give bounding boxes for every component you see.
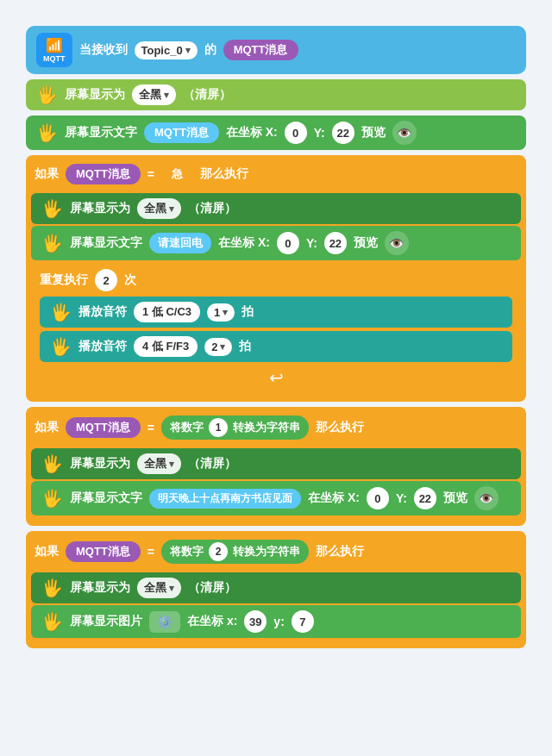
if2-message-pill: 明天晚上十点再南方书店见面 — [149, 489, 301, 509]
if1-screen-1: 🖐️ 屏幕显示为 全黑 （清屏） — [31, 193, 521, 224]
gear-symbol: ⚙️ — [156, 614, 173, 630]
if1-preview-eye[interactable]: 👁️ — [385, 231, 409, 255]
if-value-1: 急 — [161, 164, 193, 184]
screen-black-block-1: 🖐️ 屏幕显示为 全黑 （清屏） — [26, 79, 526, 110]
if2-screen-text-label: 屏幕显示文字 — [70, 490, 142, 506]
if2-y-val[interactable]: 22 — [414, 487, 436, 509]
preview-eye-1[interactable]: 👁️ — [392, 121, 417, 145]
x-value-1[interactable]: 0 — [285, 122, 307, 144]
if3-convert-label: 将数字 — [170, 544, 204, 559]
coord-x-label-1: 在坐标 X: — [226, 125, 278, 141]
sound-block-2: 🖐️ 播放音符 4 低 F/F3 2 拍 — [40, 331, 512, 362]
hand-icon-1: 🖐️ — [36, 84, 58, 105]
if1-screen-action-1: 屏幕显示为 — [70, 201, 130, 216]
if1-x-val[interactable]: 0 — [277, 232, 299, 254]
if-block-3: 如果 MQTT消息 = 将数字 2 转换为字符串 那么执行 🖐️ 屏幕显示为 全… — [26, 531, 526, 648]
if2-preview-eye[interactable]: 👁️ — [474, 486, 499, 510]
if1-coord-x: 在坐标 X: — [218, 235, 270, 251]
if-label-1: 如果 — [34, 166, 59, 182]
if1-y-val[interactable]: 22 — [324, 232, 347, 254]
if-message-1: MQTT消息 — [66, 164, 141, 184]
if2-convert-pill: 将数字 1 转换为字符串 — [161, 415, 309, 440]
trigger-label: 当接收到 — [79, 42, 128, 58]
repeat-header: 重复执行 2 次 — [40, 269, 512, 291]
if2-coord-x: 在坐标 X: — [308, 490, 360, 506]
hand-icon-7: 🖐️ — [41, 453, 63, 474]
if2-convert-suffix: 转换为字符串 — [233, 420, 300, 435]
if1-screen-suffix-1: （清屏） — [188, 201, 236, 216]
if3-gear-icon[interactable]: ⚙️ — [149, 611, 180, 633]
sound-beat-unit-2: 拍 — [239, 339, 251, 354]
if1-color-dropdown-1[interactable]: 全黑 — [137, 198, 181, 219]
if2-coord-y: Y: — [396, 491, 407, 505]
if2-convert-label: 将数字 — [170, 420, 204, 435]
connector-text: 的 — [204, 42, 216, 58]
repeat-arrow-icon: ↩ — [269, 367, 284, 388]
message-type-pill: MQTT消息 — [223, 40, 298, 60]
sound-block-1: 🖐️ 播放音符 1 低 C/C3 1 拍 — [40, 297, 512, 328]
if-message-2: MQTT消息 — [66, 417, 141, 438]
if-block-2: 如果 MQTT消息 = 将数字 1 转换为字符串 那么执行 🖐️ 屏幕显示为 全… — [26, 407, 526, 526]
if2-color-dropdown[interactable]: 全黑 — [137, 453, 181, 474]
if2-screen-action: 屏幕显示为 — [70, 456, 130, 472]
if2-screen-text: 🖐️ 屏幕显示文字 明天晚上十点再南方书店见面 在坐标 X: 0 Y: 22 预… — [31, 481, 521, 515]
if3-coord-y: y: — [273, 615, 284, 628]
if3-x-val[interactable]: 39 — [244, 610, 267, 633]
repeat-unit: 次 — [124, 272, 136, 288]
screen-text-block-1: 🖐️ 屏幕显示文字 MQTT消息 在坐标 X: 0 Y: 22 预览 👁️ — [26, 116, 526, 150]
if-header-3: 如果 MQTT消息 = 将数字 2 转换为字符串 那么执行 — [31, 536, 521, 571]
screen-action-1: 屏幕显示为 — [65, 87, 125, 103]
if1-message-pill: 请速回电 — [149, 233, 211, 253]
hand-icon-3: 🖐️ — [41, 198, 63, 219]
if1-screen-text-1: 🖐️ 屏幕显示文字 请速回电 在坐标 X: 0 Y: 22 预览 👁️ — [31, 226, 521, 260]
if1-preview-label: 预览 — [354, 235, 378, 251]
if3-num[interactable]: 2 — [209, 542, 228, 561]
preview-label-1: 预览 — [361, 125, 386, 141]
if-eq-1: = — [147, 167, 154, 181]
if3-convert-pill: 将数字 2 转换为字符串 — [161, 540, 309, 564]
message-pill-1: MQTT消息 — [144, 122, 219, 143]
if3-color-dropdown[interactable]: 全黑 — [137, 578, 181, 598]
if-then-2: 那么执行 — [316, 420, 364, 435]
sound-label-2: 播放音符 — [78, 339, 127, 354]
if2-x-val[interactable]: 0 — [367, 487, 389, 509]
hand-icon-9: 🖐️ — [41, 578, 63, 598]
hand-icon-10: 🖐️ — [41, 611, 63, 632]
repeat-count[interactable]: 2 — [95, 269, 117, 291]
if3-screen-img: 🖐️ 屏幕显示图片 ⚙️ 在坐标 x: 39 y: 7 — [31, 605, 521, 638]
if3-y-val[interactable]: 7 — [292, 610, 314, 633]
repeat-block: 重复执行 2 次 🖐️ 播放音符 1 低 C/C3 1 拍 🖐️ 播放音符 4 … — [31, 264, 521, 393]
coord-y-label-1: Y: — [314, 126, 325, 140]
if-message-3: MQTT消息 — [66, 541, 141, 562]
screen-text-action-1: 屏幕显示文字 — [65, 125, 137, 141]
if-then-1: 那么执行 — [200, 166, 248, 182]
if3-screen-1: 🖐️ 屏幕显示为 全黑 （清屏） — [31, 572, 521, 603]
mqtt-trigger-block: 📶 MQTT 当接收到 Topic_0 的 MQTT消息 — [26, 26, 526, 74]
topic-dropdown[interactable]: Topic_0 — [135, 41, 198, 59]
if3-screen-action: 屏幕显示为 — [70, 580, 130, 596]
sound-beats-2[interactable]: 2 — [204, 338, 232, 356]
if3-screen-suffix: （清屏） — [188, 580, 236, 596]
hand-icon-6: 🖐️ — [50, 336, 72, 357]
if3-coord-x: 在坐标 x: — [187, 614, 237, 629]
sound-note-2: 4 低 F/F3 — [134, 336, 198, 357]
sound-beats-1[interactable]: 1 — [207, 303, 235, 322]
if-eq-3: = — [147, 545, 154, 559]
hand-icon-4: 🖐️ — [41, 233, 63, 253]
if2-screen-1: 🖐️ 屏幕显示为 全黑 （清屏） — [31, 448, 521, 479]
hand-icon-8: 🖐️ — [41, 488, 63, 509]
if-header-1: 如果 MQTT消息 = 急 那么执行 — [31, 160, 521, 191]
hand-icon-2: 🖐️ — [36, 122, 58, 143]
repeat-arrow: ↩ — [40, 367, 512, 388]
if2-preview-label: 预览 — [443, 490, 467, 506]
if-then-3: 那么执行 — [316, 544, 364, 559]
hand-icon-5: 🖐️ — [50, 302, 72, 322]
sound-beat-unit-1: 拍 — [242, 304, 254, 320]
color-dropdown-1[interactable]: 全黑 — [132, 84, 176, 105]
if-label-3: 如果 — [34, 544, 59, 559]
if-block-1: 如果 MQTT消息 = 急 那么执行 🖐️ 屏幕显示为 全黑 （清屏） 🖐️ 屏… — [26, 155, 526, 402]
y-value-1[interactable]: 22 — [332, 122, 354, 144]
if1-coord-y: Y: — [306, 236, 317, 250]
if1-screen-text-1: 屏幕显示文字 — [70, 235, 142, 251]
if2-num[interactable]: 1 — [209, 418, 228, 437]
